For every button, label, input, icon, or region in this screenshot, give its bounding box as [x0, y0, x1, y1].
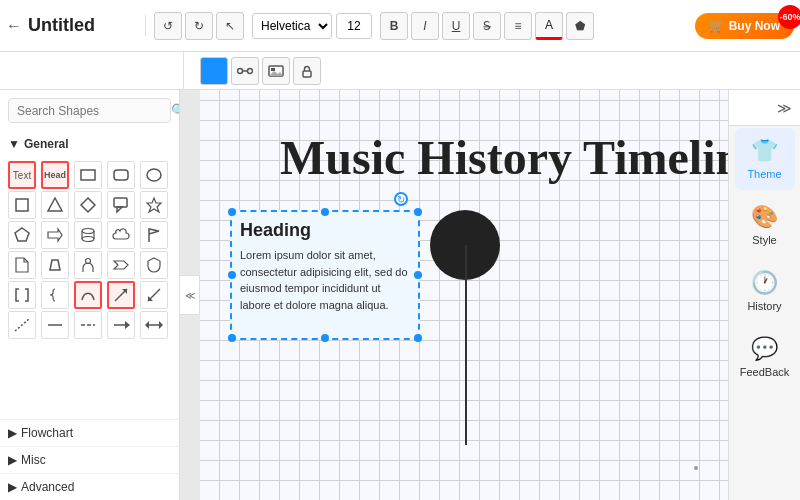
draw-tools [196, 57, 325, 85]
category-advanced[interactable]: ▶ Advanced [0, 473, 179, 500]
pencil-color-button[interactable] [200, 57, 228, 85]
shape-arrow-diag[interactable] [107, 281, 135, 309]
lock-button[interactable] [293, 57, 321, 85]
shape-star[interactable] [140, 191, 168, 219]
shape-callout[interactable] [107, 191, 135, 219]
redo-button[interactable]: ↻ [185, 12, 213, 40]
shape-rounded-rect[interactable] [107, 161, 135, 189]
shape-bracket[interactable] [8, 281, 36, 309]
shape-curve[interactable] [74, 281, 102, 309]
collapse-left-button[interactable]: ≪ [180, 275, 200, 315]
pointer-button[interactable]: ↖ [216, 12, 244, 40]
theme-label: Theme [747, 168, 781, 180]
theme-icon: 👕 [751, 138, 778, 164]
right-panel-feedback[interactable]: 💬 FeedBack [735, 326, 795, 388]
font-family-select[interactable]: Helvetica [252, 13, 332, 39]
handle-tr[interactable] [414, 208, 422, 216]
svg-marker-14 [117, 207, 122, 212]
shape-circle[interactable] [140, 161, 168, 189]
shape-line3[interactable] [74, 311, 102, 339]
handle-br[interactable] [414, 334, 422, 342]
shape-person[interactable] [74, 251, 102, 279]
undo-button[interactable]: ↺ [154, 12, 182, 40]
feedback-label: FeedBack [740, 366, 790, 378]
shape-triangle[interactable] [41, 191, 69, 219]
shape-trapezoid[interactable] [41, 251, 69, 279]
right-panel-history[interactable]: 🕐 History [735, 260, 795, 322]
collapse-right-button[interactable]: ≫ [729, 90, 800, 126]
category-misc[interactable]: ▶ Misc [0, 446, 179, 473]
connector-button[interactable] [231, 57, 259, 85]
category-flowchart[interactable]: ▶ Flowchart [0, 419, 179, 446]
handle-bm[interactable] [321, 334, 329, 342]
history-label: History [747, 300, 781, 312]
svg-marker-24 [114, 261, 128, 269]
svg-marker-17 [48, 229, 62, 241]
search-box[interactable]: 🔍 [8, 98, 171, 123]
category-advanced-label: Advanced [21, 480, 74, 494]
chevron-right-icon-flowchart: ▶ [8, 426, 17, 440]
canvas-title: Music History Timeline [280, 130, 728, 185]
buy-now-button[interactable]: 🛒 Buy Now -60% [695, 13, 794, 39]
shape-brace[interactable] [41, 281, 69, 309]
shape-arrow-both[interactable] [140, 311, 168, 339]
shape-pentagon[interactable] [8, 221, 36, 249]
shape-arrow-diag2[interactable] [140, 281, 168, 309]
shape-arrow-right[interactable] [41, 221, 69, 249]
shape-cylinder[interactable] [74, 221, 102, 249]
paint-bucket-button[interactable]: ⬟ [566, 12, 594, 40]
shape-line2[interactable] [41, 311, 69, 339]
text-format-tools: B I U S̶ ≡ A ⬟ [376, 12, 598, 40]
feedback-icon: 💬 [751, 336, 778, 362]
strikethrough-button[interactable]: S̶ [473, 12, 501, 40]
bold-button[interactable]: B [380, 12, 408, 40]
svg-marker-36 [159, 321, 163, 329]
right-panel-style[interactable]: 🎨 Style [735, 194, 795, 256]
category-flowchart-label: Flowchart [21, 426, 73, 440]
cart-icon: 🛒 [709, 19, 724, 33]
font-color-button[interactable]: A [535, 12, 563, 40]
shape-shield[interactable] [140, 251, 168, 279]
double-chevron-icon: ≫ [777, 100, 792, 116]
handle-tl[interactable] [228, 208, 236, 216]
shape-square[interactable] [8, 191, 36, 219]
shape-chevron[interactable] [107, 251, 135, 279]
toolbar2-spacer [6, 52, 184, 89]
canvas-dot [694, 466, 698, 470]
shape-diamond[interactable] [74, 191, 102, 219]
font-size-input[interactable] [336, 13, 372, 39]
shape-line[interactable] [8, 311, 36, 339]
canvas[interactable]: Music History Timeline ↻ Heading Lorem i… [200, 90, 728, 500]
search-input[interactable] [17, 104, 167, 118]
back-button[interactable]: ← [6, 17, 22, 35]
image-button[interactable] [262, 57, 290, 85]
svg-point-9 [147, 169, 161, 181]
italic-button[interactable]: I [411, 12, 439, 40]
category-general[interactable]: ▼ General [0, 131, 179, 157]
svg-rect-4 [271, 68, 275, 71]
canvas-area[interactable]: ≪ Music History Timeline ↻ Heading Lorem… [180, 90, 728, 500]
body-text: Lorem ipsum dolor sit amet, consectetur … [240, 247, 410, 313]
shapes-panel: 🔍 ▼ General Text Head [0, 90, 180, 500]
toolbar-row2 [0, 52, 800, 90]
shape-cloud[interactable] [107, 221, 135, 249]
shape-arrow-end[interactable] [107, 311, 135, 339]
handle-mr[interactable] [414, 271, 422, 279]
shape-rect[interactable] [74, 161, 102, 189]
shape-heading[interactable]: Head [41, 161, 69, 189]
shape-text[interactable]: Text [8, 161, 36, 189]
svg-point-1 [248, 68, 253, 73]
handle-tm[interactable] [321, 208, 329, 216]
style-label: Style [752, 234, 776, 246]
align-button[interactable]: ≡ [504, 12, 532, 40]
right-panel-theme[interactable]: 👕 Theme [735, 128, 795, 190]
document-title[interactable]: Untitled [28, 15, 95, 36]
heading-box[interactable]: ↻ Heading Lorem ipsum dolor sit amet, co… [230, 210, 420, 340]
shape-flag[interactable] [140, 221, 168, 249]
underline-button[interactable]: U [442, 12, 470, 40]
handle-ml[interactable] [228, 271, 236, 279]
rotate-handle[interactable]: ↻ [394, 192, 408, 206]
handle-bl[interactable] [228, 334, 236, 342]
shape-doc[interactable] [8, 251, 36, 279]
nav-tools: ↺ ↻ ↖ [150, 12, 248, 40]
